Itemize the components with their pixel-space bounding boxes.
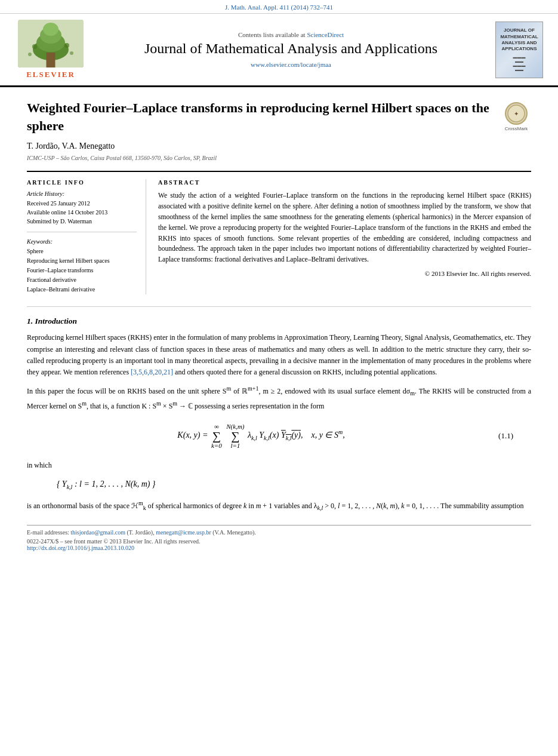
intro-para2: In this paper the focus will be on RKHS …	[27, 384, 531, 412]
email2-link[interactable]: menegatt@icme.usp.br	[156, 529, 211, 536]
journal-cover: JOURNAL OFMATHEMATICALANALYSIS ANDAPPLIC…	[492, 21, 546, 78]
keyword-5: Laplace–Beltrami derivative	[27, 285, 137, 294]
citation-text: J. Math. Anal. Appl. 411 (2014) 732–741	[225, 4, 333, 11]
footer-copyright: 0022-247X/$ – see front matter © 2013 El…	[27, 538, 531, 545]
svg-point-7	[64, 43, 69, 48]
elsevier-label: ELSEVIER	[26, 70, 75, 79]
crossmark-label: CrossMark	[505, 126, 528, 131]
affiliation: ICMC-USP – São Carlos, Caixa Postal 668,…	[27, 155, 531, 161]
abstract-heading: ABSTRACT	[158, 179, 531, 186]
journal-header: ELSEVIER Contents lists available at Sci…	[0, 14, 558, 87]
abstract-col: ABSTRACT We study the action of a weight…	[158, 179, 531, 294]
authors: T. Jordão, V.A. Menegatto	[27, 142, 531, 151]
cover-box: JOURNAL OFMATHEMATICALANALYSIS ANDAPPLIC…	[495, 21, 543, 78]
formula-lhs: K(x, y) = ∞ ∑ k=0 N(k,m) ∑ l=1 λk,l Yk,l…	[177, 431, 344, 440]
article-info-col: ARTICLE INFO Article History: Received 2…	[27, 179, 146, 294]
history-label: Article History:	[27, 190, 137, 197]
available-date: Available online 14 October 2013	[27, 208, 137, 217]
paper-title-section: Weighted Fourier–Laplace transforms in r…	[27, 99, 531, 134]
email1-link[interactable]: thisjordao@gmail.com	[70, 529, 125, 536]
svg-point-8	[28, 53, 32, 56]
keyword-2: Reproducing kernel Hilbert spaces	[27, 256, 137, 266]
received-date: Received 25 January 2012	[27, 199, 137, 208]
submitted-by: Submitted by D. Waterman	[27, 217, 137, 226]
intro-continuation: is an orthonormal basis of the space ℋmk…	[27, 499, 531, 513]
abstract-text: We study the action of a weighted Fourie…	[158, 190, 531, 265]
formula-number-1-1: (1.1)	[477, 431, 513, 441]
keyword-4: Fractional derivative	[27, 275, 137, 285]
article-info-heading: ARTICLE INFO	[27, 179, 137, 186]
set-notation: { Yk,l : l = 1, 2, . . . , N(k, m) }	[57, 480, 531, 490]
citation-bar: J. Math. Anal. Appl. 411 (2014) 732–741	[0, 0, 558, 14]
intro-section-title: 1. Introduction	[27, 316, 531, 326]
footer-email-line: E-mail addresses: thisjordao@gmail.com (…	[27, 529, 531, 536]
keyword-1: Sphere	[27, 247, 137, 256]
crossmark-icon: ✦	[505, 102, 528, 125]
references-link[interactable]: [3,5,6,8,20,21]	[131, 368, 173, 376]
in-which-text: in which	[27, 460, 531, 471]
keywords-section: Keywords: Sphere Reproducing kernel Hilb…	[27, 238, 137, 294]
formula-block-1-1: K(x, y) = ∞ ∑ k=0 N(k,m) ∑ l=1 λk,l Yk,l…	[27, 423, 531, 449]
formula-content: K(x, y) = ∞ ∑ k=0 N(k,m) ∑ l=1 λk,l Yk,l…	[45, 423, 477, 449]
crossmark-badge: ✦ CrossMark	[501, 99, 531, 131]
keywords-label: Keywords:	[27, 238, 137, 245]
doi-link[interactable]: http://dx.doi.org/10.1016/j.jmaa.2013.10…	[27, 545, 134, 551]
contents-line: Contents lists available at ScienceDirec…	[95, 31, 486, 38]
paper-title: Weighted Fourier–Laplace transforms in r…	[27, 99, 501, 134]
journal-center: Contents lists available at ScienceDirec…	[90, 31, 492, 67]
main-content: Weighted Fourier–Laplace transforms in r…	[0, 87, 558, 563]
svg-text:✦: ✦	[514, 110, 519, 117]
intro-para1: Reproducing kernel Hilbert spaces (RKHS)…	[27, 332, 531, 378]
footer-section: E-mail addresses: thisjordao@gmail.com (…	[27, 525, 531, 551]
article-history-section: Article History: Received 25 January 201…	[27, 190, 137, 232]
divider	[27, 306, 531, 307]
svg-point-5	[43, 23, 58, 36]
sciencedirect-link[interactable]: ScienceDirect	[307, 31, 344, 38]
footer-doi: http://dx.doi.org/10.1016/j.jmaa.2013.10…	[27, 545, 531, 551]
svg-point-9	[70, 51, 73, 55]
svg-rect-1	[48, 53, 54, 67]
journal-title: Journal of Mathematical Analysis and App…	[95, 39, 486, 58]
elsevier-tree-image	[18, 20, 84, 67]
svg-point-6	[32, 44, 37, 49]
journal-url: www.elsevier.com/locate/jmaa	[95, 61, 486, 68]
keyword-3: Fourier–Laplace transforms	[27, 266, 137, 275]
abstract-copyright: © 2013 Elsevier Inc. All rights reserved…	[158, 270, 531, 277]
article-info-abstract: ARTICLE INFO Article History: Received 2…	[27, 171, 531, 294]
elsevier-logo: ELSEVIER	[12, 20, 90, 79]
